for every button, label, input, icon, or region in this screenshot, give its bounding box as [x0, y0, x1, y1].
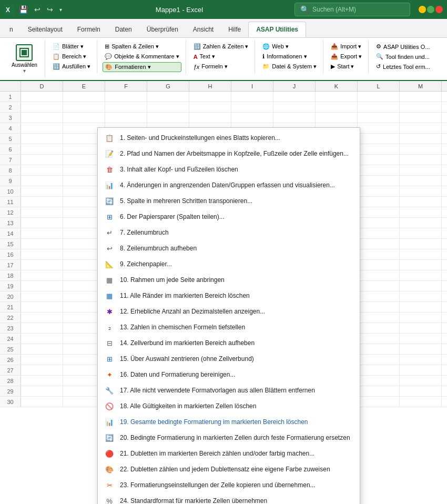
grid-cell[interactable] [21, 239, 63, 249]
tab-ansicht[interactable]: Ansicht [186, 22, 221, 37]
grid-cell[interactable] [358, 228, 400, 238]
grid-cell[interactable] [316, 113, 358, 123]
grid-cell[interactable] [21, 386, 63, 396]
grid-cell[interactable] [273, 102, 316, 112]
grid-cell[interactable] [400, 176, 442, 186]
zahlen-zeiten-button[interactable]: 🔢 Zahlen & Zeiten ▾ [191, 42, 251, 51]
menu-item-13[interactable]: ₂13. Zahlen in chemischen Formeln tiefst… [98, 319, 360, 335]
menu-item-18[interactable]: 🚫18. Alle Gültigkeiten in markierten Zel… [98, 398, 360, 414]
grid-cell[interactable] [358, 334, 400, 344]
grid-cell[interactable] [358, 376, 400, 386]
grid-cell[interactable] [21, 186, 63, 196]
grid-cell[interactable] [63, 113, 105, 123]
menu-item-4[interactable]: 📊4. Änderungen in angrenzenden Daten/Gru… [98, 177, 360, 193]
grid-cell[interactable] [400, 207, 442, 217]
menu-item-1[interactable]: 📋1. Seiten- und Druckeinstellungen eines… [98, 130, 360, 146]
export-button[interactable]: 📤 Export ▾ [329, 52, 364, 61]
grid-cell[interactable] [400, 249, 442, 259]
grid-cell[interactable] [21, 323, 63, 333]
grid-cell[interactable] [400, 386, 442, 396]
grid-cell[interactable] [231, 113, 273, 123]
grid-cell[interactable] [21, 92, 63, 102]
grid-cell[interactable] [400, 270, 442, 280]
grid-cell[interactable] [400, 302, 442, 312]
grid-cell[interactable] [21, 397, 63, 407]
grid-cell[interactable] [358, 134, 400, 144]
grid-cell[interactable] [358, 102, 400, 112]
grid-cell[interactable] [21, 197, 63, 207]
menu-item-2[interactable]: 📝2. Pfad und Namen der Arbeitsmappe in K… [98, 146, 360, 162]
menu-item-5[interactable]: 🔄5. Spalte in mehreren Schritten transpo… [98, 193, 360, 209]
grid-cell[interactable] [358, 386, 400, 396]
grid-cell[interactable] [21, 102, 63, 112]
grid-cell[interactable] [147, 102, 189, 112]
tab-n[interactable]: n [2, 22, 21, 37]
grid-cell[interactable] [105, 113, 147, 123]
bereich-button[interactable]: 📋 Bereich ▾ [50, 52, 93, 61]
grid-cell[interactable] [21, 291, 63, 301]
grid-cell[interactable] [189, 92, 231, 102]
menu-item-24[interactable]: %24. Standardformat für markierte Zellen… [98, 493, 360, 504]
grid-cell[interactable] [105, 92, 147, 102]
grid-cell[interactable] [105, 102, 147, 112]
grid-cell[interactable] [400, 281, 442, 291]
grid-cell[interactable] [400, 239, 442, 249]
tab-hilfe[interactable]: Hilfe [221, 22, 248, 37]
menu-item-15[interactable]: ⊞15. Über Auswahl zentrieren (ohne Zellv… [98, 351, 360, 367]
grid-cell[interactable] [21, 228, 63, 238]
grid-cell[interactable] [400, 397, 442, 407]
tab-asap[interactable]: ASAP Utilities [248, 22, 306, 37]
grid-cell[interactable] [231, 92, 273, 102]
grid-cell[interactable] [358, 344, 400, 354]
auswaehlen-button[interactable]: Auswählen ▾ [8, 42, 40, 76]
text-button[interactable]: A Text ▾ [191, 52, 251, 61]
menu-item-7[interactable]: ↵7. Zeilenumbruch [98, 225, 360, 240]
grid-cell[interactable] [400, 134, 442, 144]
grid-cell[interactable] [400, 323, 442, 333]
grid-cell[interactable] [21, 260, 63, 270]
grid-cell[interactable] [358, 239, 400, 249]
tab-seitenlayout[interactable]: Seitenlayout [21, 22, 70, 37]
grid-cell[interactable] [400, 376, 442, 386]
tool-finden-button[interactable]: 🔍 Tool finden und... [374, 52, 432, 61]
grid-cell[interactable] [231, 102, 273, 112]
tab-formeln[interactable]: Formeln [70, 22, 108, 37]
grid-cell[interactable] [21, 376, 63, 386]
grid-cell[interactable] [63, 102, 105, 112]
tab-ueberpruefen[interactable]: Überprüfen [139, 22, 186, 37]
menu-item-19[interactable]: 📊19. Gesamte bedingte Formatierung im ma… [98, 414, 360, 430]
menu-item-21[interactable]: 🔴21. Dubletten im markierten Bereich zäh… [98, 446, 360, 461]
grid-cell[interactable] [358, 218, 400, 228]
menu-item-11[interactable]: ▦11. Alle Ränder im markierten Bereich l… [98, 288, 360, 304]
grid-cell[interactable] [21, 218, 63, 228]
dropdown-arrow-icon[interactable]: ▾ [57, 6, 64, 14]
grid-cell[interactable] [400, 155, 442, 165]
grid-cell[interactable] [400, 144, 442, 154]
grid-cell[interactable] [273, 113, 316, 123]
grid-cell[interactable] [358, 197, 400, 207]
grid-cell[interactable] [21, 249, 63, 259]
grid-cell[interactable] [358, 260, 400, 270]
spalten-zeilen-button[interactable]: ⊞ Spalten & Zeilen ▾ [103, 42, 181, 51]
menu-item-10[interactable]: ▦10. Rahmen um jede Seite anbringen [98, 272, 360, 288]
grid-cell[interactable] [358, 281, 400, 291]
grid-cell[interactable] [358, 249, 400, 259]
grid-cell[interactable] [189, 102, 231, 112]
grid-cell[interactable] [21, 334, 63, 344]
grid-cell[interactable] [400, 291, 442, 301]
menu-item-3[interactable]: 🗑3. Inhalt aller Kopf- und Fußzeilen lös… [98, 162, 360, 177]
grid-cell[interactable] [400, 334, 442, 344]
menu-item-9[interactable]: 📐9. Zeichenpapier... [98, 256, 360, 272]
grid-cell[interactable] [316, 92, 358, 102]
menu-item-6[interactable]: ⊞6. Der Papiersparer (Spalten teilen)... [98, 209, 360, 225]
menu-item-14[interactable]: ⊟14. Zellverbund im markierten Bereich a… [98, 335, 360, 351]
menu-item-8[interactable]: ↩8. Zeilenumbruch aufheben [98, 240, 360, 256]
import-button[interactable]: 📥 Import ▾ [329, 42, 364, 51]
grid-cell[interactable] [358, 144, 400, 154]
start-button[interactable]: ▶ Start ▾ [329, 62, 364, 71]
formatieren-button[interactable]: 🎨 Formatieren ▾ [103, 62, 181, 72]
redo-icon[interactable]: ↪ [45, 4, 55, 15]
web-button[interactable]: 🌐 Web ▾ [260, 42, 319, 51]
grid-cell[interactable] [400, 197, 442, 207]
grid-cell[interactable] [21, 144, 63, 154]
